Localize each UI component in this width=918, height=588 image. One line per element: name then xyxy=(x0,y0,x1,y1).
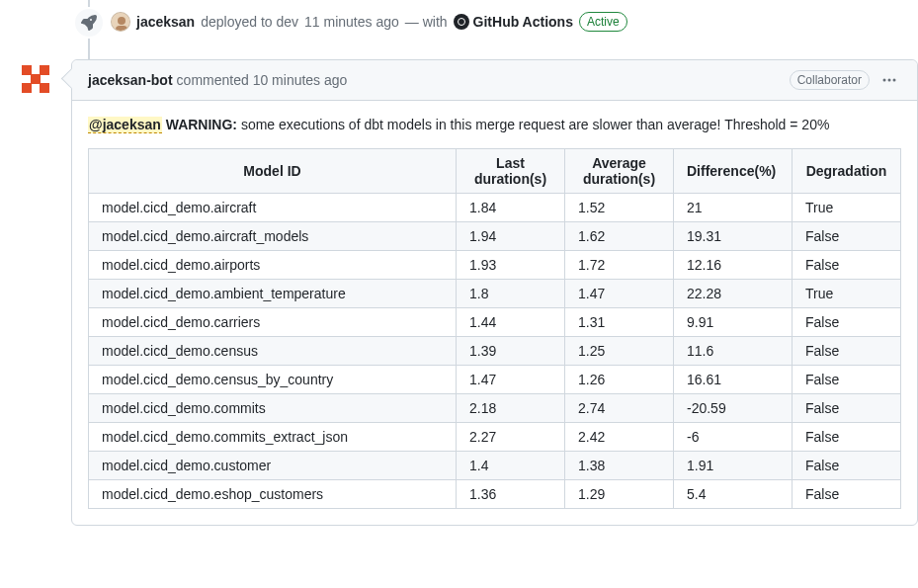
cell-diff: 19.31 xyxy=(674,222,793,251)
with-separator: — with xyxy=(405,14,448,30)
svg-rect-4 xyxy=(22,65,32,75)
svg-point-9 xyxy=(883,79,886,82)
cell-last: 1.47 xyxy=(457,366,565,394)
cell-avg: 1.25 xyxy=(565,337,674,366)
table-row: model.cicd_demo.aircraft_models1.941.621… xyxy=(89,222,901,251)
table-row: model.cicd_demo.commits2.182.74-20.59Fal… xyxy=(89,394,901,423)
table-row: model.cicd_demo.ambient_temperature1.81.… xyxy=(89,280,901,308)
avatar[interactable] xyxy=(111,12,130,32)
cell-deg: True xyxy=(793,280,901,308)
cell-last: 1.36 xyxy=(457,480,565,509)
cell-deg: False xyxy=(793,251,901,280)
cell-deg: False xyxy=(793,222,901,251)
cell-last: 2.18 xyxy=(457,394,565,423)
svg-rect-6 xyxy=(22,83,32,93)
table-row: model.cicd_demo.aircraft1.841.5221True xyxy=(89,194,901,222)
comment-author-link[interactable]: jaceksan-bot xyxy=(88,72,173,88)
cell-last: 1.4 xyxy=(457,452,565,480)
col-deg: Degradation xyxy=(793,149,901,194)
cell-avg: 2.42 xyxy=(565,423,674,452)
rocket-icon xyxy=(73,7,105,39)
cell-deg: False xyxy=(793,452,901,480)
cell-deg: False xyxy=(793,480,901,509)
cell-avg: 1.38 xyxy=(565,452,674,480)
cell-diff: 16.61 xyxy=(674,366,793,394)
cell-last: 2.27 xyxy=(457,423,565,452)
cell-avg: 1.47 xyxy=(565,280,674,308)
cell-last: 1.8 xyxy=(457,280,565,308)
cell-avg: 1.26 xyxy=(565,366,674,394)
github-actions-link[interactable]: GitHub Actions xyxy=(454,14,573,30)
warning-label: WARNING: xyxy=(166,117,237,132)
cell-last: 1.84 xyxy=(457,194,565,222)
cell-diff: 5.4 xyxy=(674,480,793,509)
svg-rect-8 xyxy=(31,74,41,84)
cell-diff: 21 xyxy=(674,194,793,222)
table-row: model.cicd_demo.census_by_country1.471.2… xyxy=(89,366,901,394)
cell-deg: False xyxy=(793,337,901,366)
cell-diff: -6 xyxy=(674,423,793,452)
cell-model_id: model.cicd_demo.commits xyxy=(89,394,457,423)
status-badge: Active xyxy=(579,12,627,32)
cell-deg: False xyxy=(793,394,901,423)
comment-header: jaceksan-bot commented 10 minutes ago Co… xyxy=(72,60,917,101)
table-row: model.cicd_demo.eshop_customers1.361.295… xyxy=(89,480,901,509)
svg-rect-5 xyxy=(40,65,49,75)
col-last: Last duration(s) xyxy=(457,149,565,194)
cell-diff: 9.91 xyxy=(674,308,793,337)
collaborator-badge: Collaborator xyxy=(790,70,870,90)
cell-model_id: model.cicd_demo.carriers xyxy=(89,308,457,337)
col-avg: Average duration(s) xyxy=(565,149,674,194)
kebab-menu-icon[interactable] xyxy=(877,68,901,92)
cell-avg: 1.72 xyxy=(565,251,674,280)
svg-rect-7 xyxy=(40,83,49,93)
deploy-text: deployed to dev xyxy=(201,14,298,30)
cell-deg: False xyxy=(793,366,901,394)
cell-last: 1.93 xyxy=(457,251,565,280)
cell-last: 1.44 xyxy=(457,308,565,337)
cell-deg: True xyxy=(793,194,901,222)
github-actions-icon xyxy=(454,14,469,30)
comment-body: @jaceksan WARNING: some executions of db… xyxy=(72,101,917,525)
cell-diff: 12.16 xyxy=(674,251,793,280)
deploy-event-row: jaceksan deployed to dev 11 minutes ago … xyxy=(0,0,918,43)
performance-table: Model ID Last duration(s) Average durati… xyxy=(88,148,901,509)
svg-point-10 xyxy=(888,79,891,82)
commented-label: commented xyxy=(177,72,249,88)
cell-deg: False xyxy=(793,308,901,337)
cell-model_id: model.cicd_demo.census_by_country xyxy=(89,366,457,394)
cell-diff: 11.6 xyxy=(674,337,793,366)
user-mention-link[interactable]: @jaceksan xyxy=(88,117,162,133)
cell-model_id: model.cicd_demo.airports xyxy=(89,251,457,280)
warning-line: @jaceksan WARNING: some executions of db… xyxy=(88,117,901,132)
cell-avg: 1.52 xyxy=(565,194,674,222)
table-row: model.cicd_demo.census1.391.2511.6False xyxy=(89,337,901,366)
cell-avg: 1.29 xyxy=(565,480,674,509)
cell-diff: 1.91 xyxy=(674,452,793,480)
svg-point-1 xyxy=(118,17,125,25)
col-model-id: Model ID xyxy=(89,149,457,194)
cell-model_id: model.cicd_demo.customer xyxy=(89,452,457,480)
svg-rect-2 xyxy=(116,26,127,32)
cell-model_id: model.cicd_demo.eshop_customers xyxy=(89,480,457,509)
cell-diff: -20.59 xyxy=(674,394,793,423)
table-row: model.cicd_demo.customer1.41.381.91False xyxy=(89,452,901,480)
deploy-author-link[interactable]: jaceksan xyxy=(136,14,195,30)
cell-deg: False xyxy=(793,423,901,452)
cell-avg: 2.74 xyxy=(565,394,674,423)
cell-diff: 22.28 xyxy=(674,280,793,308)
cell-last: 1.39 xyxy=(457,337,565,366)
svg-point-11 xyxy=(893,79,896,82)
deploy-time-link[interactable]: 11 minutes ago xyxy=(304,14,399,30)
comment-time-link[interactable]: 10 minutes ago xyxy=(253,72,348,88)
cell-model_id: model.cicd_demo.commits_extract_json xyxy=(89,423,457,452)
cell-model_id: model.cicd_demo.aircraft xyxy=(89,194,457,222)
bot-avatar[interactable] xyxy=(16,59,55,99)
comment-container: jaceksan-bot commented 10 minutes ago Co… xyxy=(71,59,918,526)
cell-avg: 1.62 xyxy=(565,222,674,251)
col-diff: Difference(%) xyxy=(674,149,793,194)
table-row: model.cicd_demo.carriers1.441.319.91Fals… xyxy=(89,308,901,337)
cell-avg: 1.31 xyxy=(565,308,674,337)
cell-model_id: model.cicd_demo.census xyxy=(89,337,457,366)
warning-text: some executions of dbt models in this me… xyxy=(241,117,829,132)
